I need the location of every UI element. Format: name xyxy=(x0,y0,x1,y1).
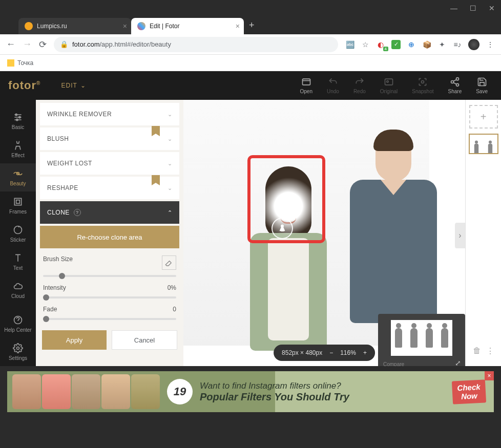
panel-item-wrinkle-remover[interactable]: WRINKLE REMOVER⌄ xyxy=(40,103,179,125)
browser-tab-lumpics[interactable]: Lumpics.ru × xyxy=(18,18,131,34)
window-maximize-button[interactable]: ☐ xyxy=(470,4,476,12)
compare-thumbnail xyxy=(391,320,452,356)
zoom-level: 116% xyxy=(340,349,356,356)
expand-icon[interactable]: ⤢ xyxy=(455,359,461,366)
ad-banner[interactable]: 19 Want to find Instagram filters online… xyxy=(7,371,494,412)
svg-point-8 xyxy=(19,116,20,118)
open-button[interactable]: Open xyxy=(295,77,318,94)
cancel-button[interactable]: Cancel xyxy=(112,330,177,350)
zoom-out-button[interactable]: − xyxy=(329,349,333,356)
sidebar-item-settings[interactable]: Settings xyxy=(0,338,36,366)
apply-button[interactable]: Apply xyxy=(42,330,107,350)
favicon-icon xyxy=(25,22,33,30)
star-icon[interactable]: ☆ xyxy=(361,40,370,49)
sidebar-item-help[interactable]: Help Center xyxy=(0,310,36,338)
panel-item-reshape[interactable]: RESHAPE⌄ xyxy=(40,177,179,199)
redo-button[interactable]: Redo xyxy=(348,77,371,94)
fade-slider[interactable] xyxy=(43,318,176,320)
svg-rect-12 xyxy=(16,200,20,204)
profile-avatar[interactable] xyxy=(468,39,479,50)
ad-text: Want to find Instagram filters online? P… xyxy=(200,381,349,403)
help-icon[interactable]: ? xyxy=(74,209,81,216)
main-layout: Basic Effect Beauty Frames Sticker Text … xyxy=(0,100,501,366)
sidebar-item-text[interactable]: Text xyxy=(0,248,36,276)
translate-icon[interactable]: 🔤 xyxy=(345,40,354,49)
brush-cursor-icon xyxy=(272,218,293,239)
compare-label: Compare xyxy=(383,361,404,366)
fade-label: Fade xyxy=(43,306,57,313)
svg-point-4 xyxy=(456,78,458,80)
rechoose-clone-area-button[interactable]: Re-choose clone area xyxy=(40,226,179,248)
canvas-area[interactable]: › Compare ⤢ 852px × 480px − 116% + xyxy=(183,100,465,366)
chevron-up-icon: ⌃ xyxy=(168,209,173,216)
panel-item-weight-lost[interactable]: WEIGHT LOST⌄ xyxy=(40,152,179,175)
browser-menu-icon[interactable]: ⋮ xyxy=(486,40,495,49)
svg-point-3 xyxy=(422,81,424,83)
browser-tab-strip: Lumpics.ru × Edit | Fotor × + xyxy=(0,16,501,34)
sidebar-item-basic[interactable]: Basic xyxy=(0,107,36,135)
app-header: fotor® EDIT ⌄ Open Undo Redo Original Sn… xyxy=(0,71,501,100)
window-close-button[interactable]: ✕ xyxy=(489,4,495,12)
fotor-logo[interactable]: fotor® xyxy=(8,79,40,92)
left-toolbar: Basic Effect Beauty Frames Sticker Text … xyxy=(0,100,36,366)
sidebar-item-beauty[interactable]: Beauty xyxy=(0,163,36,191)
svg-rect-11 xyxy=(14,198,21,205)
sidebar-item-frames[interactable]: Frames xyxy=(0,191,36,220)
svg-point-13 xyxy=(14,226,22,234)
edit-mode-dropdown[interactable]: EDIT ⌄ xyxy=(61,82,86,89)
intensity-slider[interactable] xyxy=(43,296,176,298)
bookmarks-bar: Точка xyxy=(0,55,501,71)
snapshot-button[interactable]: Snapshot xyxy=(407,77,439,94)
brush-size-label: Brush Size xyxy=(43,255,73,270)
sidebar-item-effect[interactable]: Effect xyxy=(0,135,36,163)
bookmark-item[interactable]: Точка xyxy=(17,59,33,67)
svg-point-5 xyxy=(451,81,453,83)
favicon-icon xyxy=(137,22,145,30)
sidebar-item-cloud[interactable]: Cloud xyxy=(0,276,36,304)
new-tab-button[interactable]: + xyxy=(249,20,255,31)
url-path: /app.html#/editor/beauty xyxy=(99,40,171,48)
ad-number-badge: 19 xyxy=(167,379,193,404)
undo-button[interactable]: Undo xyxy=(322,77,344,94)
reload-button[interactable]: ⟳ xyxy=(39,39,47,50)
browser-tab-fotor[interactable]: Edit | Fotor × xyxy=(131,18,244,34)
compare-preview[interactable]: Compare ⤢ xyxy=(378,314,465,366)
share-button[interactable]: Share xyxy=(443,77,467,94)
chevron-down-icon: ⌄ xyxy=(168,111,173,118)
tab-title: Lumpics.ru xyxy=(37,23,67,30)
back-button[interactable]: ← xyxy=(6,39,15,50)
forward-button[interactable]: → xyxy=(23,39,32,50)
eraser-button[interactable] xyxy=(162,255,176,270)
adblock-icon[interactable]: ◐ xyxy=(376,40,385,49)
person-figure xyxy=(347,131,440,346)
intensity-value: 0% xyxy=(168,284,176,291)
url-input[interactable]: 🔒 fotor.com/app.html#/editor/beauty xyxy=(54,37,338,52)
panel-item-clone[interactable]: CLONE?⌃ xyxy=(40,201,179,224)
canvas-next-button[interactable]: › xyxy=(455,223,465,248)
ad-cta-button[interactable]: CheckNow xyxy=(452,379,486,404)
globe-extension-icon[interactable]: ⊕ xyxy=(407,40,416,49)
save-button[interactable]: Save xyxy=(471,77,493,94)
trash-icon[interactable]: 🗑 xyxy=(473,346,481,356)
thumbnail-active[interactable] xyxy=(469,134,498,154)
sidebar-item-sticker[interactable]: Sticker xyxy=(0,220,36,248)
tab-title: Edit | Fotor xyxy=(150,23,179,30)
original-button[interactable]: Original xyxy=(375,77,403,94)
add-image-button[interactable]: + xyxy=(469,105,498,129)
panel-item-blush[interactable]: BLUSH⌄ xyxy=(40,127,179,150)
trash-options-icon[interactable]: ⋮ xyxy=(486,346,494,356)
tab-close-icon[interactable]: × xyxy=(236,22,240,30)
svg-rect-1 xyxy=(385,79,393,85)
thumbnail-strip: + 🗑 ⋮ xyxy=(465,100,501,366)
window-minimize-button[interactable]: — xyxy=(450,4,457,12)
checkmark-extension-icon[interactable]: ✓ xyxy=(391,40,401,49)
extensions-puzzle-icon[interactable]: ✦ xyxy=(437,40,447,49)
ad-close-button[interactable]: × xyxy=(485,371,494,380)
svg-rect-0 xyxy=(302,79,310,85)
reading-list-icon[interactable]: ≡♪ xyxy=(453,40,462,49)
image-dimensions: 852px × 480px xyxy=(282,349,322,356)
zoom-in-button[interactable]: + xyxy=(363,349,367,356)
brush-size-slider[interactable] xyxy=(43,275,176,277)
tab-close-icon[interactable]: × xyxy=(123,22,127,30)
cube-extension-icon[interactable]: 📦 xyxy=(422,40,431,49)
